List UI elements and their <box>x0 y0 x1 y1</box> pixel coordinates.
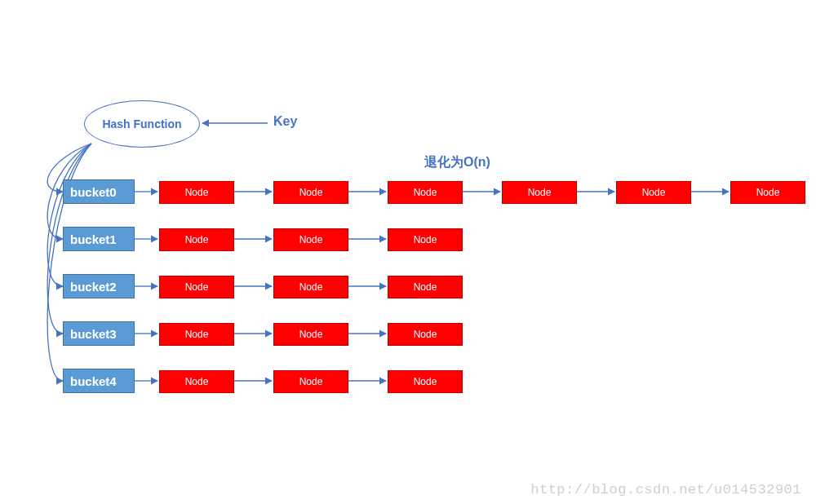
node: Node <box>273 276 348 298</box>
diagram-canvas: Hash Function Key 退化为O(n) http://blog.cs… <box>0 0 816 504</box>
node: Node <box>616 181 691 204</box>
node: Node <box>388 228 463 251</box>
node: Node <box>273 228 348 251</box>
node: Node <box>159 181 234 204</box>
node: Node <box>730 181 805 204</box>
node: Node <box>388 276 463 298</box>
node: Node <box>502 181 577 204</box>
node: Node <box>273 370 348 393</box>
node: Node <box>159 370 234 393</box>
node: Node <box>159 228 234 251</box>
node: Node <box>388 181 463 204</box>
node: Node <box>388 323 463 346</box>
node: Node <box>159 323 234 346</box>
bucket-2: bucket2 <box>63 274 135 298</box>
bucket-0: bucket0 <box>63 179 135 204</box>
hash-function-ellipse: Hash Function <box>84 100 200 148</box>
degrade-label: 退化为O(n) <box>424 154 490 171</box>
node: Node <box>159 276 234 298</box>
node: Node <box>273 181 348 204</box>
key-label: Key <box>273 114 297 129</box>
arrow-layer <box>0 0 816 504</box>
bucket-4: bucket4 <box>63 369 135 393</box>
node: Node <box>388 370 463 393</box>
node: Node <box>273 323 348 346</box>
watermark-text: http://blog.csdn.net/u014532901 <box>530 482 801 497</box>
hash-function-label: Hash Function <box>102 117 181 130</box>
bucket-3: bucket3 <box>63 321 135 346</box>
bucket-1: bucket1 <box>63 227 135 251</box>
